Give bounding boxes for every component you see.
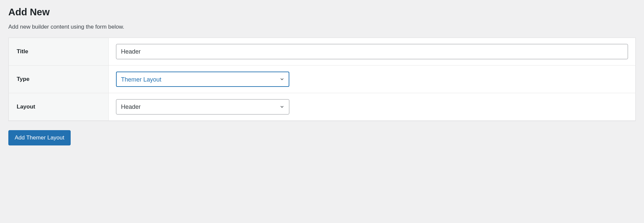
page-subtitle: Add new builder content using the form b… [8,24,636,30]
title-input[interactable] [116,44,628,59]
layout-select-wrapper: Header [116,99,289,114]
form-table: Title Type Themer Layout [8,38,636,121]
type-select-wrapper: Themer Layout [116,72,289,87]
add-themer-layout-button[interactable]: Add Themer Layout [8,130,71,145]
form-row-title: Title [9,38,636,66]
type-label: Type [9,66,109,93]
layout-label: Layout [9,93,109,121]
layout-select[interactable]: Header [116,99,289,114]
type-select[interactable]: Themer Layout [116,72,289,87]
form-row-type: Type Themer Layout [9,66,636,93]
page-title: Add New [8,7,636,18]
form-row-layout: Layout Header [9,93,636,121]
title-label: Title [9,38,109,66]
